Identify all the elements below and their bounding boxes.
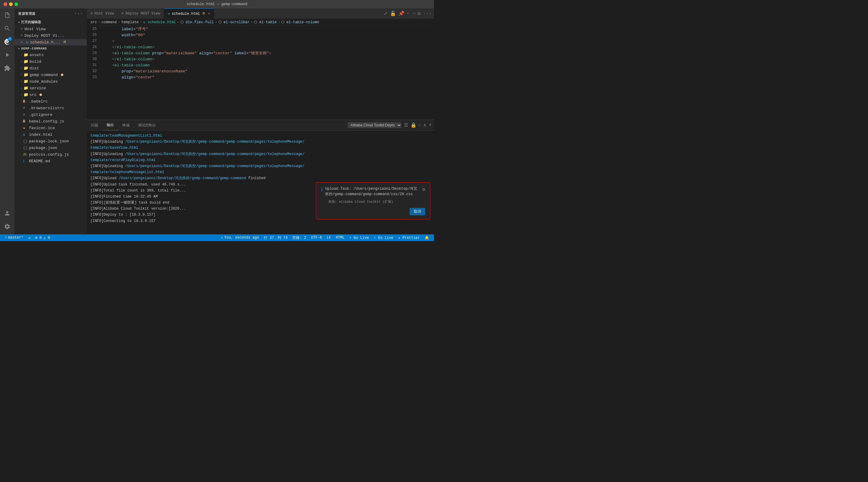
folder-service[interactable]: › 📁 service bbox=[14, 85, 87, 91]
new-terminal-icon[interactable]: □ bbox=[419, 123, 421, 127]
account-icon[interactable] bbox=[2, 208, 13, 219]
collapse-panel-icon[interactable]: ∧ bbox=[424, 122, 427, 128]
output-dropdown[interactable]: Alibaba Cloud Toolkit:Deplo bbox=[347, 122, 401, 128]
source-control-badge: 1 bbox=[8, 37, 12, 41]
go-live-1-item[interactable]: ⚡ Go Live bbox=[347, 234, 371, 241]
tab-terminal[interactable]: 终端 bbox=[118, 120, 134, 130]
open-editors-arrow: ▾ bbox=[18, 21, 20, 24]
navigate-forward-icon[interactable]: → bbox=[412, 11, 415, 16]
prettier-item[interactable]: ✦ Prettier bbox=[396, 234, 422, 241]
project-arrow: ▾ bbox=[18, 47, 20, 50]
split-right-icon[interactable]: ⊡ bbox=[418, 10, 421, 17]
tab-host-view[interactable]: ≡ Host View bbox=[87, 8, 118, 19]
folder-assets[interactable]: › 📁 assets bbox=[14, 52, 87, 58]
file-gitignore[interactable]: ≡ .gitignore bbox=[14, 111, 87, 118]
maximize-button[interactable] bbox=[14, 2, 18, 6]
sidebar: 资源管理器 ··· ▾ 打开的编辑器 ≡ Host View ≡ Deploy … bbox=[14, 8, 87, 234]
cursor-position-item[interactable]: ⚡ You, seconds ago bbox=[218, 234, 261, 241]
run-icon[interactable] bbox=[2, 50, 13, 60]
tab-bar: ≡ Host View ≡ Deploy HOST View ◇ schedul… bbox=[87, 8, 434, 19]
pin-icon[interactable]: 📌 bbox=[398, 10, 404, 17]
status-left: ⑂ master* ↺ ⊗ 0 △ 0 bbox=[2, 234, 53, 241]
file-package-lock[interactable]: {} package-lock.json bbox=[14, 138, 87, 144]
tab-icon-schedule: ◇ bbox=[167, 11, 170, 16]
folder-gemp-command[interactable]: › 📁 gemp-command bbox=[14, 72, 87, 78]
close-button[interactable] bbox=[4, 2, 7, 6]
file-browserslistrc[interactable]: ≡ .browserslistrc bbox=[14, 105, 87, 111]
tab-debug-console[interactable]: 调试控制台 bbox=[134, 120, 160, 130]
unlock-icon[interactable]: 🔓 bbox=[390, 10, 396, 17]
status-bar: ⑂ master* ↺ ⊗ 0 △ 0 ⚡ You, seconds ago 行… bbox=[0, 234, 434, 241]
folder-dist[interactable]: › 📁 dist bbox=[14, 65, 87, 72]
notifications-item[interactable]: 🔔 bbox=[422, 234, 432, 241]
window-title: schedule.html — gemp-command bbox=[187, 2, 247, 6]
file-postcss-config[interactable]: JS postcss.config.js bbox=[14, 151, 87, 158]
tab-icon-host-view: ≡ bbox=[90, 11, 93, 16]
folder-src[interactable]: › 📁 src bbox=[14, 91, 87, 98]
close-panel-icon[interactable]: × bbox=[429, 122, 432, 128]
file-babel-config[interactable]: B babel.config.js bbox=[14, 118, 87, 124]
folder-node-modules[interactable]: › 📁 node_modules bbox=[14, 78, 87, 85]
open-editor-host-view[interactable]: ≡ Host View bbox=[14, 26, 87, 32]
breadcrumb: src › command › template › ◇ schedule.ht… bbox=[87, 19, 434, 26]
open-editors-section[interactable]: ▾ 打开的编辑器 bbox=[14, 19, 87, 26]
code-editor[interactable]: 25 26 27 28 29 30 31 32 33 label="序号" wi… bbox=[87, 26, 434, 120]
go-live-2-item[interactable]: ⚡ Go Live bbox=[371, 234, 396, 241]
source-control-icon[interactable]: 1 bbox=[2, 36, 13, 47]
log-line: [INFO]Uploading /Users/pengxiaoni/Deskto… bbox=[90, 151, 430, 157]
spaces-item[interactable]: 空格: 2 bbox=[290, 234, 309, 241]
tab-problems[interactable]: 问题 bbox=[87, 120, 102, 130]
file-package-json[interactable]: {} package.json bbox=[14, 144, 87, 151]
tab-close-icon[interactable]: × bbox=[208, 11, 210, 16]
navigate-back-icon[interactable]: ← bbox=[407, 11, 410, 16]
tab-deploy-host-view[interactable]: ≡ Deploy HOST View bbox=[118, 8, 164, 19]
split-editor-icon[interactable]: ⤢ bbox=[384, 10, 388, 17]
more-icon[interactable]: ··· bbox=[423, 11, 432, 16]
encoding-item[interactable]: UTF-8 bbox=[309, 234, 324, 241]
panel-area: 问题 输出 终端 调试控制台 Alibaba Cloud Toolkit:Dep… bbox=[87, 120, 434, 234]
open-editor-deploy-host[interactable]: ≡ Deploy HOST Vi... bbox=[14, 32, 87, 39]
file-babelrc[interactable]: B .babelrc bbox=[14, 98, 87, 105]
close-icon[interactable]: × bbox=[21, 40, 23, 45]
main-container: 1 资源管理器 ··· ▾ 打开的编辑器 ≡ Host bbox=[0, 8, 434, 234]
notification-text: Upload Task: /Users/pengxiaoni/Desktop/河… bbox=[325, 186, 420, 197]
panel-content[interactable]: template/teamManagementList1.html [INFO]… bbox=[87, 131, 434, 234]
notification-gear-icon[interactable]: ⚙ bbox=[422, 186, 425, 194]
open-editor-schedule[interactable]: × ◇ schedule.h... M bbox=[14, 39, 87, 46]
line-col-item[interactable]: 行 37，列 74 bbox=[261, 234, 290, 241]
log-line: [INFO]Uploading /Users/pengxiaoni/Deskto… bbox=[90, 139, 430, 145]
panel-tabs: 问题 输出 终端 调试控制台 Alibaba Cloud Toolkit:Dep… bbox=[87, 120, 434, 131]
activity-bar-bottom bbox=[2, 208, 13, 234]
sync-item[interactable]: ↺ bbox=[26, 234, 33, 241]
clear-output-icon[interactable]: ☰ bbox=[404, 122, 408, 128]
errors-item[interactable]: ⊗ 0 △ 0 bbox=[33, 234, 53, 241]
git-branch-item[interactable]: ⑂ master* bbox=[2, 234, 26, 241]
tab-output[interactable]: 输出 bbox=[102, 120, 118, 130]
settings-icon[interactable] bbox=[2, 221, 13, 232]
sidebar-more-icon[interactable]: ··· bbox=[74, 11, 83, 16]
line-ending-item[interactable]: LF bbox=[324, 234, 333, 241]
project-section[interactable]: ▾ GEMP-COMMAND bbox=[14, 46, 87, 52]
log-line: template/baseView.html bbox=[90, 145, 430, 151]
log-line: template/telephoneMessageList.html bbox=[90, 170, 430, 175]
lock-output-icon[interactable]: 🔒 bbox=[410, 122, 416, 128]
language-item[interactable]: HTML bbox=[333, 234, 347, 241]
panel-right-controls: Alibaba Cloud Toolkit:Deplo ☰ 🔒 □ ∧ × bbox=[345, 120, 434, 130]
file-readme[interactable]: ℹ README.md bbox=[14, 158, 87, 164]
notification-popup: ℹ Upload Task: /Users/pengxiaoni/Desktop… bbox=[316, 182, 430, 219]
cancel-button[interactable]: 取消 bbox=[410, 208, 425, 215]
files-icon[interactable] bbox=[2, 10, 13, 21]
notification-source: 来源: Alibaba Cloud Toolkit (扩展) bbox=[321, 199, 425, 205]
minimize-button[interactable] bbox=[9, 2, 13, 6]
tab-schedule-html[interactable]: ◇ schedule.html M × bbox=[164, 8, 214, 19]
titlebar: schedule.html — gemp-command bbox=[0, 0, 434, 8]
extensions-icon[interactable] bbox=[2, 63, 13, 74]
folder-build[interactable]: › 📁 build bbox=[14, 58, 87, 65]
file-index-html[interactable]: ◇ index.html bbox=[14, 131, 87, 138]
file-favicon[interactable]: ★ favicon.ico bbox=[14, 124, 87, 131]
log-line: template/recordPlayDialog.html bbox=[90, 158, 430, 163]
search-icon[interactable] bbox=[2, 23, 13, 34]
notification-actions: 取消 bbox=[321, 208, 425, 215]
window-controls bbox=[4, 2, 18, 6]
log-line: [INFO]Upload /Users/pengxiaoni/Desktop/河… bbox=[90, 175, 430, 181]
